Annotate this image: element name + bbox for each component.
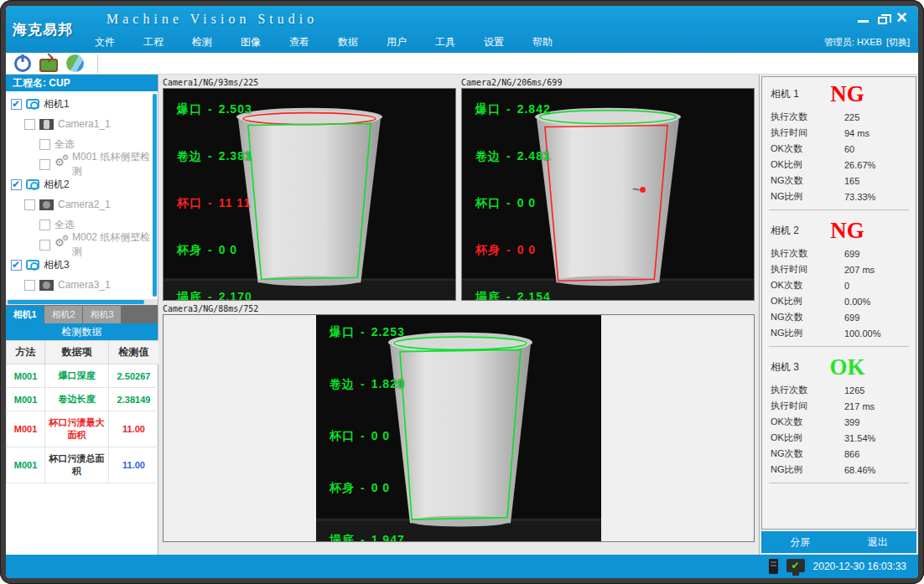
camera1-image[interactable]: 爆口 - 2.503 卷边 - 2.381 bbox=[163, 88, 456, 301]
tree-checkbox[interactable] bbox=[39, 220, 50, 230]
cell-value: 2.50267 bbox=[117, 371, 151, 381]
stats-value: 73.33% bbox=[844, 192, 907, 202]
tree-vertical-scrollbar[interactable] bbox=[153, 94, 157, 297]
stats-row: OK次数 399 bbox=[762, 414, 916, 430]
power-icon[interactable] bbox=[14, 55, 31, 72]
project-tree: 相机1 Camera1_1 全选 bbox=[6, 91, 158, 299]
detection-table: 方法 数据项 检测值 M001 爆口深度 2.50267 M bbox=[6, 340, 159, 483]
tree-checkbox[interactable] bbox=[24, 199, 35, 210]
camera-tab[interactable]: 相机2 bbox=[44, 306, 82, 323]
metric-label: 爆口 bbox=[475, 102, 501, 117]
tree-checkbox[interactable] bbox=[24, 280, 35, 291]
split-screen-button[interactable]: 分屏 bbox=[790, 535, 810, 550]
table-row[interactable]: M001 杯口污渍最大面积 11.00 bbox=[7, 411, 159, 447]
cell-value: 2.38149 bbox=[117, 395, 151, 405]
stats-camera-name: 相机 3 bbox=[771, 360, 799, 375]
tree-checkbox[interactable] bbox=[39, 159, 50, 170]
title-bar: 海克易邦 Machine Vision Studio 文件 工程 检测 图像 查… bbox=[6, 6, 918, 53]
tree-item-icon bbox=[39, 280, 54, 291]
metric-line: 杯身 - 0 0 bbox=[475, 243, 551, 258]
close-icon[interactable] bbox=[896, 11, 910, 26]
pc-icon bbox=[769, 559, 778, 574]
defect-dot bbox=[640, 187, 646, 193]
cell-method: M001 bbox=[14, 424, 38, 434]
tree-item[interactable]: 相机1 bbox=[6, 94, 158, 114]
camera3-image[interactable]: 爆口 - 2.253 卷边 - 1.829 bbox=[316, 315, 601, 541]
tree-item-icon bbox=[55, 239, 68, 251]
stats-value: 100.00% bbox=[844, 328, 907, 339]
camera-view-area: Camera1/NG/93ms/225 bbox=[158, 75, 759, 555]
tree-item[interactable]: M001 纸杯侧壁检测 bbox=[6, 154, 158, 174]
metric-value: 2.842 bbox=[517, 102, 551, 117]
stats-row: 执行次数 699 bbox=[762, 245, 916, 261]
stats-row: OK比例 31.54% bbox=[762, 430, 916, 446]
stats-label: 执行次数 bbox=[771, 247, 844, 260]
camera1-header: Camera1/NG/93ms/225 bbox=[163, 77, 456, 88]
stats-row: NG比例 68.46% bbox=[762, 462, 916, 478]
restore-icon[interactable] bbox=[878, 17, 887, 24]
stats-row: NG比例 100.00% bbox=[762, 325, 916, 341]
minimize-icon[interactable] bbox=[858, 20, 869, 23]
tree-item[interactable]: Camera1_1 bbox=[6, 114, 158, 134]
stats-label: NG比例 bbox=[771, 190, 844, 203]
stats-value: 399 bbox=[844, 417, 907, 427]
metric-line: 爆口 - 2.842 bbox=[475, 102, 551, 117]
stats-row: NG比例 73.33% bbox=[762, 189, 916, 204]
program-icon[interactable] bbox=[39, 59, 58, 72]
menu-item[interactable]: 工具 bbox=[435, 35, 455, 49]
table-row[interactable]: M001 杯口污渍总面积 11.00 bbox=[7, 447, 159, 483]
tree-checkbox[interactable] bbox=[11, 179, 22, 190]
camera-tab[interactable]: 相机3 bbox=[83, 306, 121, 323]
tree-checkbox[interactable] bbox=[39, 139, 50, 150]
tree-checkbox[interactable] bbox=[11, 260, 22, 271]
tree-item[interactable]: M002 纸杯侧壁检测 bbox=[6, 235, 158, 255]
menu-item[interactable]: 图像 bbox=[241, 35, 261, 49]
metric-value: 2.503 bbox=[219, 102, 252, 117]
menu-item[interactable]: 文件 bbox=[95, 35, 115, 49]
stats-camera-name: 相机 1 bbox=[771, 87, 799, 101]
tree-checkbox[interactable] bbox=[39, 240, 50, 251]
metric-separator: - bbox=[506, 149, 511, 164]
tree-item-label: 相机2 bbox=[44, 178, 70, 192]
stats-value: 217 ms bbox=[844, 401, 907, 411]
menu-item[interactable]: 工程 bbox=[143, 35, 164, 49]
stats-value: 699 bbox=[844, 313, 907, 323]
metric-separator: - bbox=[506, 196, 511, 211]
tree-checkbox[interactable] bbox=[11, 99, 22, 110]
stats-row: NG次数 165 bbox=[762, 173, 916, 189]
menu-item[interactable]: 设置 bbox=[484, 35, 504, 49]
tree-item[interactable]: Camera3_1 bbox=[6, 275, 158, 295]
table-row[interactable]: M001 卷边长度 2.38149 bbox=[7, 388, 159, 411]
detection-data-title: 检测数据 bbox=[6, 323, 158, 340]
tree-item-icon bbox=[26, 179, 39, 189]
cell-value: 11.00 bbox=[122, 460, 145, 470]
tree-item-label: 全选 bbox=[55, 137, 75, 152]
switch-user-link[interactable]: [切换] bbox=[886, 36, 910, 49]
metric-line: 卷边 - 2.381 bbox=[177, 149, 252, 164]
tree-item[interactable]: Camera2_1 bbox=[6, 194, 158, 214]
tree-horizontal-scrollbar[interactable] bbox=[6, 299, 158, 305]
menu-item[interactable]: 检测 bbox=[192, 35, 212, 49]
menu-item[interactable]: 数据 bbox=[338, 35, 358, 49]
panel-footer: 分屏 退出 bbox=[761, 531, 916, 553]
table-header-row: 方法 数据项 检测值 bbox=[7, 341, 159, 364]
stats-label: OK比例 bbox=[771, 158, 844, 171]
tree-checkbox[interactable] bbox=[24, 119, 35, 130]
stats-header: 相机 1 NG bbox=[762, 79, 916, 109]
metric-separator: - bbox=[361, 377, 366, 392]
menu-item[interactable]: 用户 bbox=[387, 35, 407, 49]
menu-item[interactable]: 查看 bbox=[289, 35, 309, 49]
run-icon[interactable] bbox=[66, 54, 84, 72]
metric-line: 卷边 - 2.481 bbox=[475, 149, 551, 164]
monitor-check-icon bbox=[786, 559, 805, 572]
camera2-image[interactable]: 爆口 - 2.842 卷边 - 2.481 bbox=[461, 88, 755, 301]
table-row[interactable]: M001 爆口深度 2.50267 bbox=[7, 364, 159, 388]
exit-button[interactable]: 退出 bbox=[868, 535, 888, 550]
camera-tab[interactable]: 相机1 bbox=[6, 306, 44, 323]
metric-line: 爆口 - 2.503 bbox=[177, 102, 252, 117]
sidebar: 工程名: CUP 相机1 Camera1_1 bbox=[6, 75, 158, 555]
scrollbar-thumb[interactable] bbox=[8, 300, 144, 304]
camera3-image-panel[interactable]: 爆口 - 2.253 卷边 - 1.829 bbox=[163, 314, 755, 542]
sidebar-filler bbox=[6, 483, 158, 555]
menu-item[interactable]: 帮助 bbox=[532, 35, 553, 49]
